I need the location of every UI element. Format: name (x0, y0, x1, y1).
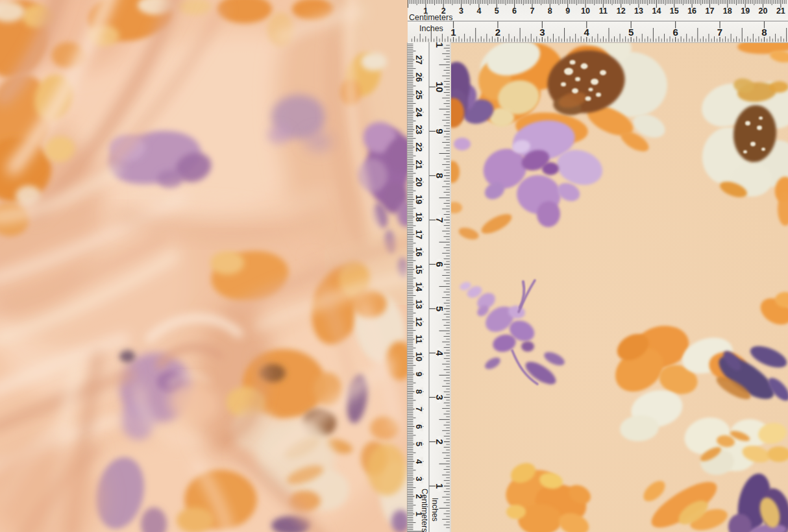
svg-text:19: 19 (414, 195, 424, 204)
svg-text:9: 9 (434, 128, 445, 134)
svg-text:10: 10 (434, 82, 445, 93)
svg-text:1: 1 (450, 27, 456, 38)
svg-text:4: 4 (476, 6, 481, 16)
svg-text:9: 9 (414, 372, 424, 376)
svg-text:22: 22 (414, 143, 424, 152)
svg-text:14: 14 (652, 6, 661, 16)
svg-text:13: 13 (634, 6, 643, 16)
svg-text:7: 7 (414, 407, 424, 411)
svg-text:10: 10 (581, 6, 590, 16)
svg-text:9: 9 (565, 6, 570, 16)
svg-text:Centimeters: Centimeters (420, 489, 429, 532)
svg-text:Centimeters: Centimeters (409, 13, 452, 22)
svg-text:20: 20 (759, 6, 768, 16)
svg-text:16: 16 (687, 6, 696, 16)
svg-text:21: 21 (776, 6, 785, 16)
svg-text:11: 11 (414, 335, 424, 344)
svg-text:3: 3 (414, 477, 424, 481)
svg-text:27: 27 (414, 55, 424, 64)
svg-text:1: 1 (434, 483, 445, 489)
svg-text:17: 17 (705, 6, 714, 16)
svg-text:20: 20 (414, 177, 424, 186)
svg-text:8: 8 (414, 389, 424, 394)
svg-text:7: 7 (530, 6, 534, 16)
svg-text:21: 21 (414, 160, 424, 169)
svg-text:15: 15 (670, 6, 679, 16)
svg-text:12: 12 (617, 6, 626, 16)
svg-text:14: 14 (414, 282, 424, 292)
svg-text:7: 7 (434, 217, 445, 223)
svg-text:17: 17 (414, 230, 424, 239)
svg-text:Inches: Inches (419, 24, 443, 33)
svg-text:7: 7 (717, 27, 722, 38)
svg-text:24: 24 (414, 108, 424, 117)
svg-text:6: 6 (414, 424, 424, 429)
svg-text:18: 18 (414, 212, 424, 221)
svg-text:5: 5 (628, 27, 634, 38)
svg-text:23: 23 (414, 125, 424, 134)
svg-text:18: 18 (723, 6, 732, 16)
svg-text:5: 5 (434, 306, 445, 311)
svg-text:5: 5 (414, 442, 424, 446)
svg-text:6: 6 (434, 261, 445, 267)
svg-text:15: 15 (414, 265, 424, 274)
svg-text:25: 25 (414, 90, 424, 99)
svg-text:2: 2 (495, 27, 500, 38)
svg-text:8: 8 (434, 173, 445, 178)
svg-text:Inches: Inches (430, 498, 439, 522)
svg-text:3: 3 (459, 6, 463, 16)
svg-text:2: 2 (434, 439, 445, 444)
svg-text:10: 10 (414, 352, 424, 361)
svg-text:8: 8 (761, 27, 767, 38)
svg-text:19: 19 (741, 6, 750, 16)
svg-text:4: 4 (434, 350, 445, 356)
svg-text:3: 3 (434, 394, 445, 400)
svg-text:12: 12 (414, 317, 424, 326)
svg-text:6: 6 (512, 6, 517, 16)
svg-text:5: 5 (495, 6, 499, 16)
svg-text:6: 6 (672, 27, 678, 38)
svg-text:4: 4 (414, 459, 424, 465)
svg-text:16: 16 (414, 247, 424, 256)
svg-text:13: 13 (414, 300, 424, 309)
svg-text:3: 3 (539, 27, 545, 38)
svg-text:11: 11 (599, 6, 608, 16)
svg-text:26: 26 (414, 73, 424, 82)
svg-text:8: 8 (548, 6, 552, 16)
svg-text:4: 4 (584, 27, 590, 38)
